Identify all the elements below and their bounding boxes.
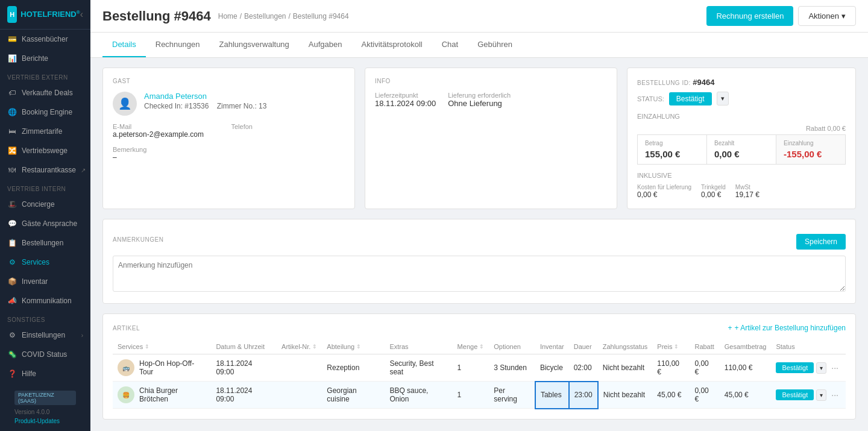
mwst-label: MwSt	[735, 184, 760, 190]
sidebar-item-verkaufte-deals[interactable]: 🏷 Verkaufte Deals	[0, 83, 90, 102]
rabatt-value: 0,00 €	[827, 125, 846, 132]
row1-artikel-nr	[277, 354, 322, 382]
einzahlung-row: Betrag 155,00 € Bezahlt 0,00 € Einzahlun…	[637, 134, 846, 165]
annotations-header: ANMERKUNGEN Speichern	[113, 229, 846, 250]
articles-label: ARTIKEL	[113, 325, 140, 332]
status-dropdown[interactable]: ▾	[717, 92, 729, 105]
row1-zahlungsstatus: Nicht bezahlt	[598, 354, 653, 382]
actions-button[interactable]: Aktionen ▾	[798, 6, 856, 26]
annotations-input[interactable]	[113, 256, 846, 292]
sidebar-item-berichte[interactable]: 📊 Berichte	[0, 49, 90, 68]
create-invoice-button[interactable]: Rechnung erstellen	[706, 6, 793, 26]
einzahlung-box-value: -155,00 €	[784, 149, 838, 159]
sidebar-item-bestellungen[interactable]: 📋 Bestellungen	[0, 233, 90, 253]
order-id-label: BESTELLUNG ID:	[637, 80, 691, 86]
sidebar-item-kommunikation[interactable]: 📣 Kommunikation	[0, 291, 90, 310]
add-article-button[interactable]: + + Artikel zur Bestellung hinzufügen	[728, 324, 846, 332]
col-abteilung[interactable]: Abteilung⇕	[322, 339, 385, 354]
sidebar-item-gaeste-ansprache[interactable]: 💬 Gäste Ansprache	[0, 214, 90, 233]
col-menge[interactable]: Menge⇕	[453, 339, 489, 354]
sidebar-item-inventar[interactable]: 📦 Inventar	[0, 272, 90, 291]
sidebar-item-hilfe[interactable]: ❓ Hilfe	[0, 364, 90, 383]
breadcrumb-home[interactable]: Home	[218, 12, 237, 20]
row2-inventar: Tables	[535, 382, 569, 409]
sidebar-item-covid[interactable]: 🦠 COVID Status	[0, 345, 90, 364]
guest-details: E-Mail a.peterson-2@example.com Telefon	[113, 123, 345, 139]
package-badge: PAKETLIZENZ (SAAS)	[14, 391, 76, 405]
sidebar-item-vertriebswege[interactable]: 🔀 Vertriebswege	[0, 141, 90, 160]
guest-name-link[interactable]: Amanda Peterson	[144, 92, 266, 101]
sidebar-item-zimmertarife[interactable]: 🛏 Zimmertarife	[0, 122, 90, 141]
row2-status-cell: Bestätigt ▾ ···	[771, 382, 846, 409]
tab-rechnungen[interactable]: Rechnungen	[146, 33, 210, 57]
kommunikation-icon: 📣	[7, 296, 17, 306]
row1-preis: 110,00 €	[652, 354, 690, 382]
col-artikel-nr[interactable]: Artikel-Nr.⇕	[277, 339, 322, 354]
row1-name: Hop-On Hop-Off-Tour	[139, 359, 206, 376]
version-text: Version 4.0.0	[7, 407, 83, 417]
breadcrumb-current: Bestellung #9464	[293, 12, 349, 20]
col-zahlungsstatus: Zahlungsstatus	[598, 339, 653, 354]
row1-actions-menu[interactable]: ···	[829, 363, 841, 373]
row1-abteilung: Rezeption	[322, 354, 385, 382]
info-section-label: INFO	[375, 78, 607, 84]
sidebar-item-services[interactable]: ⚙ Services	[0, 253, 90, 272]
section-label-extern: VERTRIEB EXTERN	[0, 68, 90, 83]
phone-label: Telefon	[231, 123, 345, 130]
product-updates-link[interactable]: Produkt-Updates	[7, 417, 83, 426]
tab-aufgaben[interactable]: Aufgaben	[299, 33, 352, 57]
col-gesamtbetrag: Gesamtbetrag	[720, 339, 772, 354]
table-row: 🍔 Chia Burger Brötchen 18.11.2024 09:00 …	[113, 382, 846, 409]
save-button[interactable]: Speichern	[796, 234, 846, 250]
bezahlt-box: Bezahlt 0,00 €	[706, 134, 776, 165]
row2-extras: BBQ sauce, Onion	[385, 382, 452, 409]
sidebar-item-einstellungen[interactable]: ⚙ Einstellungen ›	[0, 326, 90, 345]
betrag-value: 155,00 €	[645, 149, 699, 159]
sidebar-item-concierge[interactable]: 🎩 Concierge	[0, 195, 90, 214]
external-link-icon: ↗	[81, 167, 86, 174]
guest-section-label: GAST	[113, 78, 345, 84]
row2-abteilung: Georgian cuisine	[322, 382, 385, 409]
row1-status-dropdown[interactable]: ▾	[816, 362, 826, 374]
lieferung-item: Lieferung erforderlich Ohne Lieferung	[448, 92, 511, 108]
sidebar-item-kassenbuecher[interactable]: 💳 Kassenbücher	[0, 30, 90, 49]
vertrieb-icon: 🔀	[7, 146, 17, 156]
row2-actions-menu[interactable]: ···	[829, 390, 841, 400]
lieferkosten-value: 0,00 €	[637, 190, 691, 199]
row1-gesamtbetrag: 110,00 €	[720, 354, 772, 382]
tab-chat[interactable]: Chat	[432, 33, 468, 57]
sidebar-collapse-button[interactable]: ‹	[80, 9, 83, 20]
row1-status-cell: Bestätigt ▾ ···	[771, 354, 846, 382]
col-status: Status	[771, 339, 846, 354]
services-icon: ⚙	[7, 257, 17, 267]
info-cards-row: GAST 👤 Amanda Peterson Checked In: #1353…	[102, 68, 856, 209]
sidebar-logo: H HOTELFRIEND® ‹	[0, 0, 90, 30]
row2-status-badge[interactable]: Bestätigt	[776, 389, 814, 400]
tab-details[interactable]: Details	[102, 33, 146, 57]
status-badge[interactable]: Bestätigt	[669, 92, 712, 105]
col-preis[interactable]: Preis⇕	[652, 339, 690, 354]
page-title: Bestellung #9464	[102, 8, 211, 24]
lieferkosten-item: Kosten für Lieferung 0,00 €	[637, 184, 691, 199]
tab-aktivitaetsprotokoll[interactable]: Aktivitätsprotokoll	[352, 33, 432, 57]
breadcrumb-bestellungen[interactable]: Bestellungen	[244, 12, 286, 20]
col-services[interactable]: Services⇕	[113, 339, 211, 354]
row2-dauer: 23:00	[569, 382, 598, 409]
row2-preis: 45,00 €	[652, 382, 690, 409]
remark-label: Bemerkung	[113, 146, 345, 153]
tab-zahlungsverwaltung[interactable]: Zahlungsverwaltung	[209, 33, 298, 57]
tab-gebuehren[interactable]: Gebühren	[468, 33, 522, 57]
row1-inventar: Bicycle	[535, 354, 569, 382]
chevron-down-icon: ▾	[841, 11, 846, 20]
sidebar-item-restaurantkasse[interactable]: 🍽 Restaurantkasse ↗	[0, 160, 90, 180]
row1-status-badge[interactable]: Bestätigt	[776, 362, 814, 373]
guest-avatar: 👤	[113, 92, 137, 116]
row2-status-dropdown[interactable]: ▾	[816, 389, 826, 401]
mwst-value: 19,17 €	[735, 190, 760, 199]
trinkgeld-item: Trinkgeld 0,00 €	[701, 184, 726, 199]
einzahlung-box: Einzahlung -155,00 €	[776, 134, 846, 165]
inklusive-label: Inklusive	[637, 172, 846, 179]
sidebar-item-booking-engine[interactable]: 🌐 Booking Engine	[0, 102, 90, 122]
hilfe-icon: ❓	[7, 369, 17, 379]
status-label: STATUS:	[637, 95, 664, 102]
